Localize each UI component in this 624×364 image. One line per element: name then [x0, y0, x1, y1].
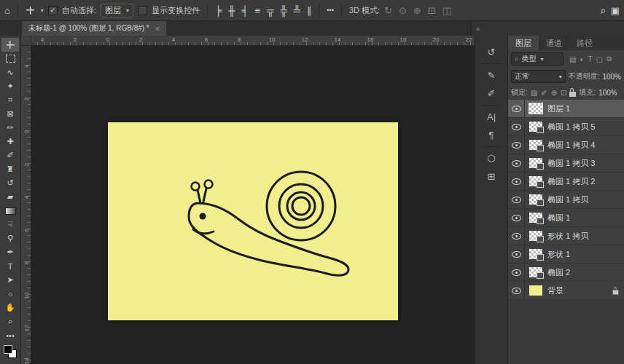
layer-row[interactable]: 椭圆 1 拷贝 — [508, 191, 624, 209]
lock-transparent-icon[interactable]: ▨ — [531, 89, 537, 97]
eye-icon[interactable] — [512, 106, 521, 112]
pen-tool[interactable]: ✒ — [1, 245, 19, 259]
align-center-v-icon[interactable]: ≡ — [255, 6, 261, 15]
path-select-tool[interactable]: ➤ — [1, 273, 19, 287]
layer-thumbnail[interactable] — [529, 158, 542, 168]
lock-paint-icon[interactable]: ✐ — [541, 89, 547, 97]
filter-type-icon[interactable]: T — [588, 55, 593, 63]
more-options-icon[interactable]: ••• — [327, 7, 333, 14]
search-icon[interactable]: ⌕ — [601, 5, 607, 15]
history-panel-icon[interactable]: ↺ — [480, 43, 502, 64]
brush-tool[interactable]: ✐ — [1, 149, 19, 162]
lock-move-icon[interactable]: ⊕ — [551, 89, 557, 97]
layer-thumbnail[interactable] — [529, 103, 542, 114]
brush-settings-panel-icon[interactable]: ✎ — [480, 66, 502, 84]
layer-row[interactable]: 形状 1 拷贝 — [508, 227, 624, 245]
layer-thumbnail[interactable] — [529, 249, 542, 259]
blend-mode-select[interactable]: 正常 ▾ — [511, 70, 566, 83]
eye-icon[interactable] — [512, 142, 521, 149]
lock-all-icon[interactable] — [569, 92, 576, 97]
layer-thumbnail[interactable] — [529, 285, 542, 296]
layer-thumbnail[interactable] — [529, 267, 542, 277]
clone-stamp-tool[interactable]: ♜ — [1, 162, 19, 176]
toolbar-more[interactable]: ••• — [1, 328, 19, 342]
eye-icon[interactable] — [512, 124, 521, 130]
brushes-panel-icon[interactable]: ✐ — [480, 84, 502, 106]
lock-artboard-icon[interactable]: ⊡ — [561, 89, 566, 97]
eye-icon[interactable] — [512, 178, 521, 185]
layer-row[interactable]: 椭圆 1 — [508, 209, 624, 227]
3d-panel-icon[interactable]: ⬡ — [480, 149, 502, 167]
align-right-icon[interactable]: ╡ — [241, 6, 248, 15]
fill-value[interactable]: 100% — [598, 89, 617, 97]
eye-icon[interactable] — [512, 160, 521, 167]
history-brush-tool[interactable]: ↺ — [1, 176, 19, 190]
filter-type-select[interactable]: ⌕ 类型 ▾ — [511, 52, 563, 66]
eraser-tool[interactable]: ▰ — [1, 190, 19, 204]
filter-shape-icon[interactable]: ▢ — [596, 55, 603, 63]
align-bottom-icon[interactable]: ╩ — [294, 6, 300, 15]
distribute-icon[interactable]: ∥ — [307, 6, 312, 15]
align-middle-icon[interactable]: ╬ — [280, 6, 286, 15]
layer-row[interactable]: 形状 1 — [508, 245, 624, 264]
align-top-icon[interactable]: ╦ — [267, 6, 273, 15]
color-swatches[interactable] — [4, 345, 17, 358]
type-tool[interactable]: T — [1, 259, 19, 273]
eye-icon[interactable] — [512, 269, 521, 276]
home-icon[interactable]: ⌂ — [4, 6, 10, 15]
frame-tool[interactable]: ⊠ — [1, 107, 19, 121]
paragraph-panel-icon[interactable]: ¶ — [480, 126, 502, 147]
layer-thumbnail[interactable] — [529, 122, 542, 132]
show-transform-checkbox[interactable] — [138, 6, 147, 15]
eye-icon[interactable] — [512, 233, 521, 240]
auto-select-target-select[interactable]: 图层 ▾ — [101, 4, 133, 17]
layer-row[interactable]: 背景 — [508, 282, 624, 300]
eye-icon[interactable] — [512, 288, 521, 294]
filter-pixel-icon[interactable]: ▤ — [569, 55, 576, 63]
properties-panel-icon[interactable]: ⊞ — [480, 167, 502, 186]
shape-tool[interactable]: ○ — [1, 287, 19, 301]
tab-paths[interactable]: 路径 — [569, 36, 600, 50]
eye-icon[interactable] — [512, 197, 521, 203]
layer-row[interactable]: 椭圆 2 — [508, 264, 624, 282]
workspace-icon[interactable]: ▣ — [611, 6, 620, 15]
filter-adjustment-icon[interactable]: ◐ — [580, 55, 584, 63]
layer-thumbnail[interactable] — [529, 194, 542, 205]
eye-icon[interactable] — [512, 251, 521, 258]
opacity-value[interactable]: 100% — [602, 73, 621, 81]
tab-layers[interactable]: 图层 — [508, 36, 539, 50]
tab-channels[interactable]: 通道 — [539, 36, 569, 50]
layer-thumbnail[interactable] — [529, 140, 542, 150]
layer-row[interactable]: 椭圆 1 拷贝 4 — [508, 136, 624, 154]
move-tool[interactable] — [1, 38, 19, 52]
layer-thumbnail[interactable] — [529, 176, 542, 186]
character-panel-icon[interactable]: A| — [480, 108, 502, 126]
collapse-panels-icon[interactable]: « — [476, 25, 480, 33]
move-tool-icon[interactable] — [26, 6, 35, 15]
filter-smart-icon[interactable]: ⧉ — [607, 55, 612, 63]
document-tab[interactable]: 未标题-1 @ 100% (图层 1, RGB/8#) * × — [22, 21, 166, 36]
layer-row[interactable]: 椭圆 1 拷贝 5 — [508, 118, 624, 136]
close-icon[interactable]: × — [155, 24, 160, 33]
layer-row[interactable]: 椭圆 1 拷贝 2 — [508, 173, 624, 191]
eye-icon[interactable] — [512, 215, 521, 221]
layer-row[interactable]: 椭圆 1 拷贝 3 — [508, 154, 624, 173]
align-left-icon[interactable]: ╞ — [215, 6, 222, 15]
quick-select-tool[interactable]: ✦ — [1, 79, 19, 93]
hand-tool[interactable]: ✋ — [1, 301, 19, 314]
align-center-h-icon[interactable]: ╫ — [228, 6, 235, 15]
marquee-tool[interactable] — [1, 52, 19, 66]
dodge-tool[interactable]: ⚲ — [1, 232, 19, 245]
crop-tool[interactable]: ⌗ — [1, 93, 19, 107]
auto-select-checkbox[interactable]: ✓ — [48, 6, 58, 15]
smudge-tool[interactable]: ☟ — [1, 218, 19, 232]
artboard[interactable] — [108, 122, 398, 320]
gradient-tool[interactable] — [1, 204, 19, 218]
healing-brush-tool[interactable]: ✚ — [1, 135, 19, 149]
lasso-tool[interactable]: ∿ — [1, 66, 19, 79]
layer-row[interactable]: 图层 1 — [508, 100, 624, 118]
layer-thumbnail[interactable] — [529, 231, 542, 241]
layer-thumbnail[interactable] — [529, 213, 542, 223]
eyedropper-tool[interactable]: ✏ — [1, 121, 19, 135]
zoom-tool[interactable]: ⌕ — [1, 314, 19, 328]
